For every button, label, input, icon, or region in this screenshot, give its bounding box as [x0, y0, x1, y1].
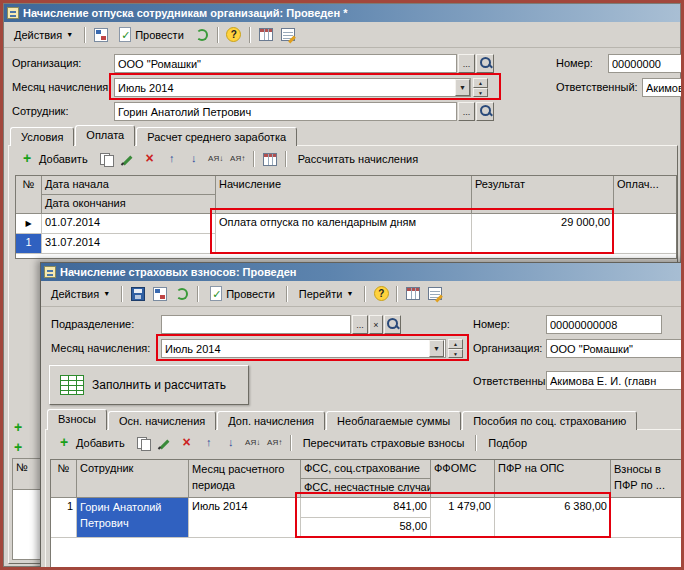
structure-button[interactable] — [91, 25, 111, 45]
col-header-pfr[interactable]: ПФР на ОПС — [495, 460, 611, 498]
month-spin-down-button[interactable]: ▼ — [473, 88, 488, 97]
col-header-month[interactable]: Месяц расчетного периода — [189, 460, 301, 498]
edit-row-button[interactable] — [155, 433, 175, 453]
actions-menu-button[interactable]: Действия ▼ — [45, 285, 116, 303]
refresh-button[interactable] — [192, 25, 212, 45]
save-button[interactable] — [128, 284, 148, 304]
result-cell[interactable]: 29 000,00 — [472, 214, 614, 254]
leftover-add-button[interactable]: + — [8, 418, 28, 438]
w1-titlebar[interactable]: Начисление отпуска сотрудникам организац… — [4, 4, 680, 22]
tab-additional-accruals[interactable]: Доп. начисления — [217, 411, 325, 430]
org-input[interactable] — [114, 54, 457, 73]
month-combo-input[interactable] — [161, 339, 446, 358]
department-ellipsis-button[interactable]: ... — [352, 315, 368, 334]
col-header-fss-social[interactable]: ФСС, соц.страхование — [301, 460, 431, 479]
add-row-button[interactable]: + Добавить — [50, 432, 131, 454]
report-structure-button[interactable] — [403, 284, 423, 304]
fill-and-calculate-button[interactable]: Заполнить и рассчитать — [49, 365, 249, 405]
department-clear-button[interactable]: × — [369, 315, 383, 334]
date-end-cell[interactable]: 31.07.2014 — [42, 234, 216, 254]
edit-row-button[interactable] — [118, 149, 138, 169]
paid-cell[interactable] — [614, 214, 677, 254]
col-header-num[interactable]: № — [51, 460, 77, 498]
post-document-button[interactable]: ✓ Провести — [113, 24, 190, 45]
refresh-button[interactable] — [172, 284, 192, 304]
table-row[interactable]: 1 Горин Анатолий Петрович Июль 2014 841,… — [51, 498, 683, 538]
ffoms-cell[interactable]: 1 479,00 — [431, 498, 495, 538]
month-spin-up-button[interactable]: ▲ — [448, 339, 463, 349]
sort-desc-button[interactable]: АЯ↑ — [228, 149, 248, 169]
accrual-cell[interactable]: Оплата отпуска по календарным дням — [216, 214, 472, 254]
actions-menu-button[interactable]: Действия ▼ — [8, 26, 79, 44]
sort-asc-button[interactable]: АЯ↓ — [206, 149, 226, 169]
delete-row-button[interactable]: × — [140, 149, 160, 169]
tab-conditions[interactable]: Условия — [10, 127, 74, 146]
tab-main-accruals[interactable]: Осн. начисления — [108, 411, 216, 430]
form-settings-button[interactable] — [425, 284, 445, 304]
employee-cell[interactable]: Горин Анатолий Петрович — [77, 498, 189, 538]
month-spin-up-button[interactable]: ▲ — [473, 78, 488, 88]
col-header-num[interactable]: № — [16, 176, 42, 214]
move-down-button[interactable]: ↓ — [184, 149, 204, 169]
add-row-button[interactable]: + Добавить — [13, 148, 94, 170]
department-input[interactable] — [161, 315, 351, 334]
month-dropdown-button[interactable]: ▼ — [429, 340, 444, 357]
structure-button[interactable] — [150, 284, 170, 304]
post-document-button[interactable]: ✓ Провести — [204, 283, 281, 304]
w2-titlebar[interactable]: Начисление страховых взносов: Проведен — [41, 263, 684, 281]
col-header-accrual[interactable]: Начисление — [216, 176, 472, 214]
fss-accident-cell[interactable]: 58,00 — [301, 518, 431, 538]
responsible-input[interactable] — [642, 78, 684, 97]
pfr-cell[interactable]: 6 380,00 — [495, 498, 611, 538]
col-header-date-end[interactable]: Дата окончания — [42, 195, 216, 214]
col-header-date-start[interactable]: Дата начала — [42, 176, 216, 195]
employee-ellipsis-button[interactable]: ... — [458, 102, 475, 121]
col-header-result[interactable]: Результат — [472, 176, 614, 214]
pfr-extra-cell[interactable] — [611, 498, 684, 538]
row-number-cell[interactable]: 1 — [16, 234, 42, 254]
move-down-button[interactable]: ↓ — [221, 433, 241, 453]
month-combo-input[interactable] — [114, 78, 471, 97]
leftover-add-button-2[interactable]: + — [8, 438, 28, 458]
calculate-accruals-button[interactable]: Рассчитать начисления — [292, 150, 425, 168]
goto-menu-button[interactable]: Перейти ▼ — [293, 285, 360, 303]
sort-desc-button[interactable]: АЯ↑ — [265, 433, 285, 453]
sort-asc-button[interactable]: АЯ↓ — [243, 433, 263, 453]
help-button[interactable]: ? — [224, 25, 244, 45]
col-header-fss-accident[interactable]: ФСС, несчастные случаи — [301, 479, 431, 498]
pick-button[interactable]: Подбор — [482, 434, 533, 452]
report-structure-button[interactable] — [256, 25, 276, 45]
recalculate-contributions-button[interactable]: Пересчитать страховые взносы — [297, 434, 471, 452]
tab-payment[interactable]: Оплата — [75, 125, 135, 146]
tab-contributions[interactable]: Взносы — [47, 409, 107, 430]
month-cell[interactable]: Июль 2014 — [189, 498, 301, 538]
employee-input[interactable] — [114, 102, 457, 121]
date-start-cell[interactable]: 01.07.2014 — [42, 214, 216, 234]
org-ellipsis-button[interactable]: ... — [458, 54, 475, 73]
month-dropdown-button[interactable]: ▼ — [455, 79, 470, 96]
responsible-input[interactable] — [546, 371, 684, 390]
col-header-ffoms[interactable]: ФФОМС — [431, 460, 495, 498]
tab-average-earnings[interactable]: Расчет среднего заработка — [136, 127, 297, 146]
employee-magnifier-button[interactable] — [476, 102, 494, 121]
grid-settings-button[interactable] — [260, 149, 280, 169]
fss-social-cell[interactable]: 841,00 — [301, 498, 431, 518]
delete-row-button[interactable]: × — [177, 433, 197, 453]
month-spin-down-button[interactable]: ▼ — [448, 349, 463, 358]
move-up-button[interactable]: ↑ — [162, 149, 182, 169]
col-header-employee[interactable]: Сотрудник — [77, 460, 189, 498]
copy-row-button[interactable] — [96, 149, 116, 169]
move-up-button[interactable]: ↑ — [199, 433, 219, 453]
table-row[interactable]: ▶ 1 01.07.2014 31.07.2014 Оплата отпуска… — [16, 214, 676, 254]
col-header-paid[interactable]: Оплач... — [614, 176, 677, 214]
copy-row-button[interactable] — [133, 433, 153, 453]
help-button[interactable]: ? — [371, 284, 391, 304]
org-magnifier-button[interactable] — [476, 54, 494, 73]
org-input[interactable] — [546, 339, 684, 358]
number-input[interactable] — [546, 315, 662, 334]
department-magnifier-button[interactable] — [384, 315, 401, 334]
form-settings-button[interactable] — [278, 25, 298, 45]
tab-social-benefits[interactable]: Пособия по соц. страхованию — [462, 411, 637, 430]
tab-nontaxable-amounts[interactable]: Необлагаемые суммы — [326, 411, 461, 430]
row-number-cell[interactable]: 1 — [51, 498, 77, 538]
